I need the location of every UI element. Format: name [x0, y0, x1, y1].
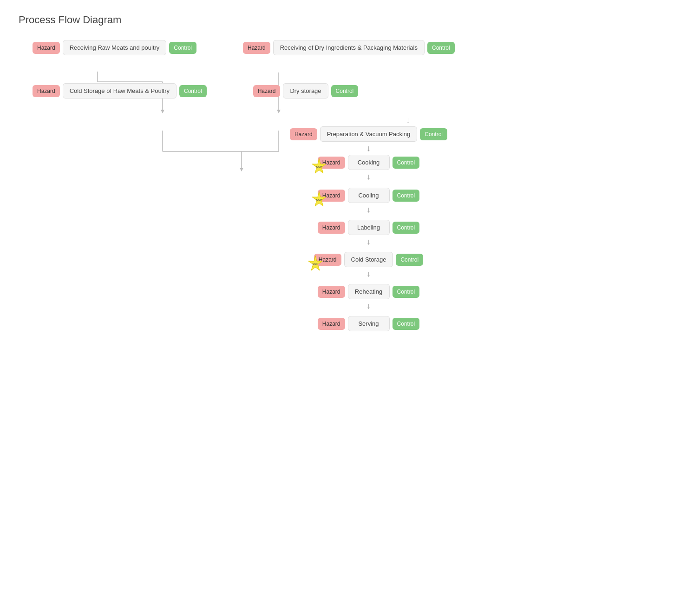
svg-text:CCP: CCP [316, 198, 322, 201]
cooling-process: Cooling [348, 188, 390, 203]
receiving-meats-control[interactable]: Control [169, 42, 196, 54]
labeling-control[interactable]: Control [393, 222, 420, 234]
arrow-to-reheating: ↓ [366, 267, 371, 280]
serving-process: Serving [348, 316, 390, 331]
cold-storage-ccp-wrapper: CCP Hazard [314, 254, 341, 266]
dry-storage-control[interactable]: Control [331, 85, 359, 97]
cooking-ccp-wrapper: CCP Hazard [318, 157, 345, 169]
receiving-meats-hazard[interactable]: Hazard [33, 42, 60, 54]
cooking-process: Cooking [348, 155, 390, 170]
cold-storage-final-row: CCP Hazard Cold Storage Control [314, 252, 423, 267]
page-title: Process Flow Diagram [19, 14, 681, 26]
cooling-row: CCP Hazard Cooling Control [318, 188, 419, 203]
cooking-row: CCP Hazard Cooking Control [318, 155, 419, 170]
cooking-ccp-star: CCP [310, 158, 328, 175]
preparation-process: Preparation & Vacuum Packing [320, 126, 418, 142]
svg-text:CCP: CCP [316, 165, 322, 168]
dry-storage-process: Dry storage [283, 83, 328, 99]
arrow-to-preparation: ↓ [406, 113, 410, 126]
arrow-to-cooking: ↓ [366, 142, 371, 155]
serving-row: Hazard Serving Control [318, 316, 419, 331]
receiving-dry-process: Receiving of Dry Ingredients & Packaging… [273, 40, 425, 55]
reheating-process: Reheating [348, 284, 390, 299]
dry-storage-hazard[interactable]: Hazard [253, 85, 281, 97]
receiving-dry-hazard[interactable]: Hazard [243, 42, 270, 54]
labeling-hazard[interactable]: Hazard [318, 222, 345, 234]
reheating-row: Hazard Reheating Control [318, 284, 419, 299]
cold-storage-raw-process: Cold Storage of Raw Meats & Poultry [63, 83, 177, 99]
cooking-control[interactable]: Control [393, 157, 420, 169]
reheating-hazard[interactable]: Hazard [318, 286, 345, 298]
cooling-ccp-wrapper: CCP Hazard [318, 190, 345, 202]
cooling-ccp-star: CCP [310, 191, 328, 208]
arrow-to-serving: ↓ [366, 299, 371, 312]
dry-storage-row: Hazard Dry storage Control [253, 83, 359, 99]
cold-storage-ccp-star: CCP [307, 255, 324, 272]
serving-hazard[interactable]: Hazard [318, 318, 345, 330]
cold-storage-raw-hazard[interactable]: Hazard [33, 85, 60, 97]
receiving-meats-row: Hazard Receiving Raw Meats and poultry C… [33, 40, 196, 55]
arrow-to-cooling: ↓ [366, 170, 371, 183]
cold-storage-final-process: Cold Storage [344, 252, 393, 267]
cold-storage-raw-row: Hazard Cold Storage of Raw Meats & Poult… [33, 83, 207, 99]
cold-storage-final-control[interactable]: Control [396, 254, 423, 266]
reheating-control[interactable]: Control [393, 286, 420, 298]
preparation-hazard[interactable]: Hazard [290, 128, 317, 140]
arrow-to-cold-storage: ↓ [366, 235, 371, 248]
preparation-control[interactable]: Control [420, 128, 447, 140]
receiving-meats-process: Receiving Raw Meats and poultry [63, 40, 167, 55]
serving-control[interactable]: Control [393, 318, 420, 330]
labeling-process: Labeling [348, 220, 390, 235]
process-flow-diagram: Hazard Receiving Raw Meats and poultry C… [19, 40, 681, 350]
preparation-row: Hazard Preparation & Vacuum Packing Cont… [290, 126, 447, 142]
receiving-dry-control[interactable]: Control [427, 42, 455, 54]
svg-text:CCP: CCP [313, 263, 319, 265]
labeling-row: Hazard Labeling Control [318, 220, 419, 235]
receiving-dry-row: Hazard Receiving of Dry Ingredients & Pa… [243, 40, 455, 55]
cooling-control[interactable]: Control [393, 190, 420, 202]
cold-storage-raw-control[interactable]: Control [179, 85, 207, 97]
arrow-to-labeling: ↓ [366, 203, 371, 216]
